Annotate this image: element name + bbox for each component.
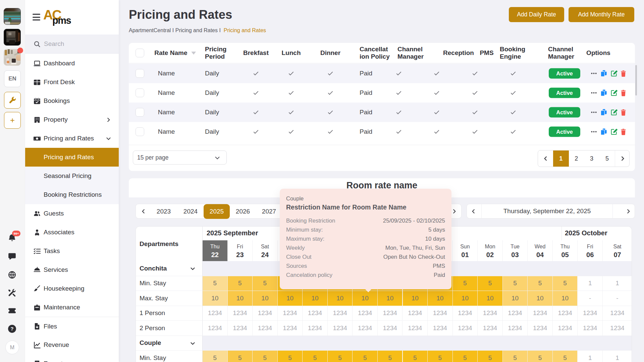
svg-text:?: ?: [10, 326, 13, 331]
